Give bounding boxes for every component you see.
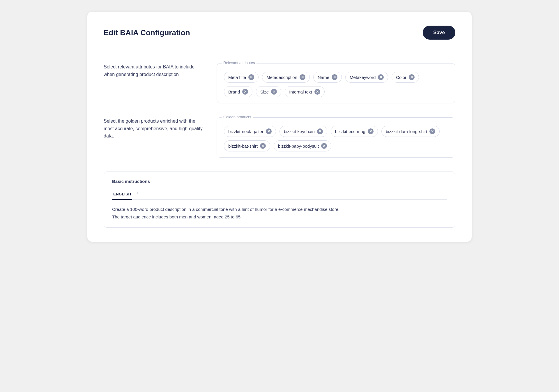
- tag-metakeyword-label: Metakeyword: [350, 75, 376, 80]
- tag-ecs-mug-remove[interactable]: ✕: [368, 128, 374, 134]
- tag-keychain-label: bizzkit-keychain: [284, 129, 315, 134]
- relevant-attributes-box: Relevant attributes MetaTitle ✕ Metadesc…: [217, 63, 455, 103]
- tag-color: Color ✕: [392, 72, 419, 83]
- page-container: Edit BAIA Configuration Save Select rele…: [87, 12, 472, 242]
- tag-baby-bodysuit-label: bizzkit-baby-bodysuit: [278, 144, 319, 149]
- tag-metatitle: MetaTitle ✕: [224, 72, 259, 83]
- tag-internal-text-label: Internal text: [289, 89, 312, 94]
- tabs-row: ENGLISH +: [112, 190, 447, 200]
- golden-products-tags: bizzkit-neck-gaiter ✕ bizzkit-keychain ✕…: [224, 126, 448, 151]
- tag-internal-text-remove[interactable]: ✕: [314, 89, 320, 95]
- tag-ecs-mug: bizzkit-ecs-mug ✕: [331, 126, 378, 137]
- tag-size: Size ✕: [256, 86, 281, 97]
- tag-brand-remove[interactable]: ✕: [242, 89, 248, 95]
- tag-brand: Brand ✕: [224, 86, 252, 97]
- golden-products-content: Golden products bizzkit-neck-gaiter ✕ bi…: [217, 117, 455, 158]
- tag-metadescription-label: Metadescription: [266, 75, 297, 80]
- golden-products-section: Select the golden products enriched with…: [104, 117, 455, 158]
- tag-metatitle-label: MetaTitle: [228, 75, 246, 80]
- tag-baby-bodysuit: bizzkit-baby-bodysuit ✕: [274, 140, 331, 151]
- tag-name: Name ✕: [313, 72, 342, 83]
- relevant-attributes-description: Select relevant attributes for BAIA to i…: [104, 63, 203, 78]
- tag-baby-bodysuit-remove[interactable]: ✕: [321, 143, 327, 149]
- page-title: Edit BAIA Configuration: [104, 28, 190, 37]
- tag-bat-shirt-remove[interactable]: ✕: [260, 143, 266, 149]
- tab-add-button[interactable]: +: [136, 190, 139, 199]
- tag-keychain: bizzkit-keychain ✕: [280, 126, 327, 137]
- save-button[interactable]: Save: [423, 26, 455, 40]
- tag-metakeyword-remove[interactable]: ✕: [378, 74, 384, 80]
- tag-name-label: Name: [318, 75, 329, 80]
- tag-color-remove[interactable]: ✕: [409, 74, 415, 80]
- relevant-attributes-tags: MetaTitle ✕ Metadescription ✕ Name ✕ Met…: [224, 72, 448, 97]
- tag-metatitle-remove[interactable]: ✕: [248, 74, 254, 80]
- tag-ecs-mug-label: bizzkit-ecs-mug: [335, 129, 365, 134]
- golden-products-box: Golden products bizzkit-neck-gaiter ✕ bi…: [217, 117, 455, 158]
- tag-metadescription: Metadescription ✕: [262, 72, 310, 83]
- tag-bat-shirt-label: bizzkit-bat-shirt: [228, 144, 258, 149]
- tab-english[interactable]: ENGLISH: [112, 190, 132, 200]
- section-divider: [104, 49, 455, 49]
- tag-dam-long-shirt-label: bizzkit-dam-long-shirt: [386, 129, 427, 134]
- tag-bat-shirt: bizzkit-bat-shirt ✕: [224, 140, 270, 151]
- golden-products-label: Golden products: [222, 115, 253, 119]
- header: Edit BAIA Configuration Save: [104, 26, 455, 40]
- tag-metakeyword: Metakeyword ✕: [345, 72, 388, 83]
- tag-neck-gaiter: bizzkit-neck-gaiter ✕: [224, 126, 276, 137]
- basic-instructions-label: Basic instructions: [112, 179, 447, 184]
- tag-dam-long-shirt-remove[interactable]: ✕: [429, 128, 435, 134]
- tag-neck-gaiter-remove[interactable]: ✕: [266, 128, 272, 134]
- tag-brand-label: Brand: [228, 89, 240, 94]
- tag-internal-text: Internal text ✕: [285, 86, 324, 97]
- tag-neck-gaiter-label: bizzkit-neck-gaiter: [228, 129, 263, 134]
- relevant-attributes-label: Relevant attributes: [222, 61, 256, 65]
- basic-instructions-box: Basic instructions ENGLISH + Create a 10…: [104, 172, 455, 228]
- tag-size-remove[interactable]: ✕: [271, 89, 277, 95]
- relevant-attributes-section: Select relevant attributes for BAIA to i…: [104, 63, 455, 103]
- tag-color-label: Color: [396, 75, 406, 80]
- tag-metadescription-remove[interactable]: ✕: [300, 74, 305, 80]
- tag-name-remove[interactable]: ✕: [332, 74, 337, 80]
- golden-products-description: Select the golden products enriched with…: [104, 117, 203, 140]
- tag-dam-long-shirt: bizzkit-dam-long-shirt ✕: [381, 126, 440, 137]
- relevant-attributes-content: Relevant attributes MetaTitle ✕ Metadesc…: [217, 63, 455, 103]
- tag-size-label: Size: [260, 89, 269, 94]
- instructions-text: Create a 100-word product description in…: [112, 206, 447, 220]
- tag-keychain-remove[interactable]: ✕: [317, 128, 323, 134]
